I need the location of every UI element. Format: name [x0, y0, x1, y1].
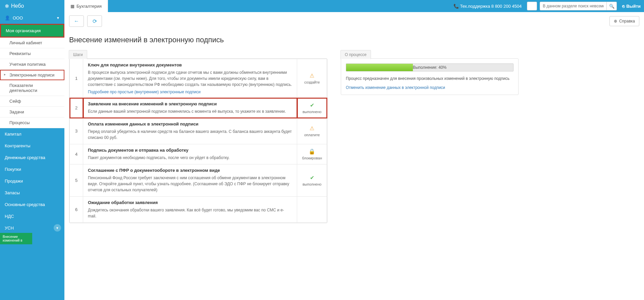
step-row[interactable]: 6Ожидание обработки заявленияДождитесь о… — [70, 197, 327, 223]
step-title: Ключ для подписи внутренних документов — [88, 62, 292, 67]
progress-label: Выполнение: 40% — [346, 64, 513, 71]
arrow-left-icon: ← — [74, 18, 79, 24]
step-number: 6 — [70, 197, 83, 223]
sidebar-item[interactable]: Капитал — [0, 128, 64, 140]
warn-icon: ⚠ — [302, 125, 322, 132]
org-selector[interactable]: 👤 ООО ▼ — [0, 12, 64, 24]
step-status: ⚠создайте — [297, 59, 327, 98]
step-title: Заявление на внесение изменений в электр… — [88, 101, 292, 106]
step-desc: Если данные вашей электронной подписи по… — [88, 108, 292, 114]
step-link[interactable]: Подробнее про простые (внутренние) элект… — [88, 90, 201, 94]
sidebar-item[interactable]: НДС — [0, 210, 64, 222]
sidebar-item[interactable]: Продажи — [0, 175, 64, 187]
status-label: оплатите — [304, 133, 320, 137]
brand-logo[interactable]: ❄ Небо — [0, 0, 64, 12]
step-row[interactable]: 5Соглашение с ПФР о документообороте в э… — [70, 164, 327, 197]
scroll-down-button[interactable]: ▾ — [54, 224, 61, 232]
step-body: Заявление на внесение изменений в электр… — [83, 98, 297, 118]
status-label: выполнено — [303, 182, 321, 186]
step-body: Подпись документов и отправка на обработ… — [83, 144, 297, 164]
sidebar-item[interactable]: Контрагенты — [0, 140, 64, 152]
user-icon: 👤 — [5, 15, 10, 20]
sidebar-item[interactable]: Денежные средства — [0, 152, 64, 163]
sidebar-sub-item[interactable]: Процессы — [0, 117, 64, 128]
chevron-down-icon: ▼ — [56, 16, 60, 20]
step-desc: Дождитесь окончания обработки вашего зая… — [88, 207, 292, 219]
search-input[interactable] — [540, 2, 607, 10]
tab-accounting[interactable]: ▦ Бухгалтерия — [64, 0, 108, 12]
status-label: создайте — [304, 80, 320, 84]
step-desc: В процессе выпуска электронной подписи д… — [88, 69, 292, 88]
sidebar-item[interactable]: Покупки — [0, 163, 64, 175]
step-status: ✔выполнено — [297, 164, 327, 197]
step-title: Ожидание обработки заявления — [88, 200, 292, 205]
phone-icon: 📞 — [453, 4, 459, 9]
ok-icon: ✔ — [302, 174, 322, 181]
step-number: 4 — [70, 144, 83, 164]
about-process-tab[interactable]: О процессе — [340, 50, 371, 59]
step-status: 🔒блокирован — [297, 144, 327, 164]
status-label: выполнено — [303, 110, 321, 114]
step-desc: Пенсионный Фонд России требует заключени… — [88, 175, 292, 193]
page-title: Внесение изменений в электронную подпись — [64, 30, 644, 50]
sidebar-sub-item[interactable]: Сейф — [0, 96, 64, 107]
step-desc: Перед оплатой убедитесь в наличии средст… — [88, 129, 292, 141]
sidebar-sub-item[interactable]: Показатели деятельности — [0, 80, 64, 96]
step-title: Оплата изменения данных в электронной по… — [88, 121, 292, 127]
step-row[interactable]: 4Подпись документов и отправка на обрабо… — [70, 144, 327, 164]
support-phone: 📞 Тех.поддержка 8 800 200 4504 — [453, 4, 522, 9]
step-body: Ожидание обработки заявленияДождитесь ок… — [83, 197, 297, 223]
steps-tab[interactable]: Шаги — [69, 50, 87, 59]
chevron-down-icon: ▾ — [56, 226, 58, 230]
cancel-link[interactable]: Отменить изменение данных в электронной … — [346, 85, 445, 90]
back-button[interactable]: ← — [69, 15, 84, 27]
logo-icon: ❄ — [5, 3, 9, 9]
bottom-process-tab[interactable]: Внесение изменений в — [0, 233, 32, 244]
step-status: ✔выполнено — [297, 98, 327, 118]
brand-name: Небо — [11, 3, 24, 9]
sidebar-sub-item[interactable]: Личный кабинет — [0, 38, 64, 48]
step-title: Соглашение с ПФР о документообороте в эл… — [88, 168, 292, 173]
help-button[interactable]: ⊕ Справка — [609, 16, 639, 26]
search-icon: 🔍 — [609, 4, 614, 9]
tab-label: Бухгалтерия — [76, 4, 102, 9]
step-status: ⚠оплатите — [297, 118, 327, 144]
step-body: Соглашение с ПФР о документообороте в эл… — [83, 164, 297, 197]
step-number: 5 — [70, 164, 83, 197]
step-title: Подпись документов и отправка на обработ… — [88, 148, 292, 153]
sidebar-sub-item[interactable]: Задачи — [0, 107, 64, 117]
grid-icon: ▦ — [70, 4, 74, 9]
step-number: 3 — [70, 118, 83, 144]
step-status — [297, 197, 327, 223]
sidebar: 👤 ООО ▼ Моя организация Личный кабинетРе… — [0, 12, 64, 300]
process-description: Процесс предназначен для внесения произв… — [346, 76, 514, 82]
refresh-button[interactable]: ⟳ — [87, 15, 102, 27]
step-row[interactable]: 2Заявление на внесение изменений в элект… — [70, 98, 327, 118]
step-body: Ключ для подписи внутренних документовВ … — [83, 59, 297, 98]
progress-bar: Выполнение: 40% — [346, 63, 514, 71]
lifebuoy-icon: ⊕ — [614, 19, 617, 23]
org-name: ООО — [13, 15, 23, 20]
step-body: Оплата изменения данных в электронной по… — [83, 118, 297, 144]
refresh-icon: ⟳ — [93, 18, 97, 24]
sidebar-section-my-org[interactable]: Моя организация — [0, 24, 64, 38]
status-label: блокирован — [302, 156, 322, 160]
sidebar-sub-item[interactable]: Реквизиты — [0, 48, 64, 59]
sidebar-sub-item[interactable]: Электронные подписи — [0, 70, 64, 80]
step-row[interactable]: 3Оплата изменения данных в электронной п… — [70, 118, 327, 144]
sidebar-item[interactable]: Основные средства — [0, 199, 64, 210]
warn-icon: ⚠ — [302, 72, 322, 79]
step-number: 2 — [70, 98, 83, 118]
ok-icon: ✔ — [302, 102, 322, 108]
step-row[interactable]: 1Ключ для подписи внутренних документовВ… — [70, 59, 327, 98]
logout-button[interactable]: ⎋ Выйти — [620, 4, 641, 9]
envelope-icon: ✉ — [530, 4, 534, 9]
lock-icon: 🔒 — [302, 148, 322, 155]
sidebar-item[interactable]: Запасы — [0, 187, 64, 199]
mail-button[interactable]: ✉ — [527, 2, 537, 10]
search-button[interactable]: 🔍 — [607, 2, 617, 10]
step-number: 1 — [70, 59, 83, 98]
step-desc: Пакет документов необходимо подписать, п… — [88, 155, 292, 161]
sidebar-sub-item[interactable]: Учетная политика — [0, 59, 64, 70]
logout-icon: ⎋ — [622, 4, 625, 9]
